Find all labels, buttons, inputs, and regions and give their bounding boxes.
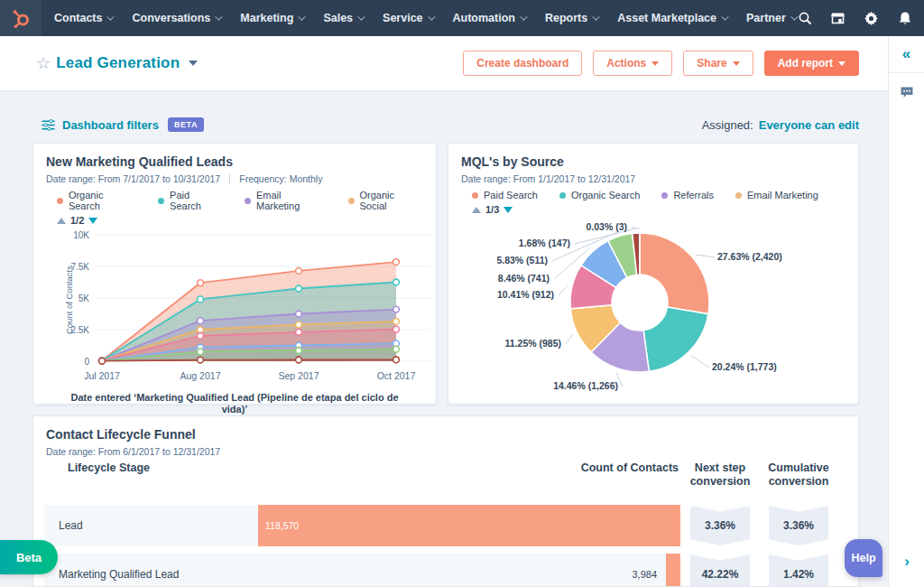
nav-item-conversations[interactable]: Conversations: [132, 12, 220, 24]
legend-page-down-icon[interactable]: [88, 218, 97, 224]
beta-badge: BETA: [168, 117, 204, 132]
nav-menu: Contacts Conversations Marketing Sales S…: [54, 12, 796, 24]
svg-text:Jul 2017: Jul 2017: [84, 370, 120, 381]
data-point[interactable]: [393, 357, 400, 363]
legend-item[interactable]: Email Marketing: [735, 190, 818, 200]
pie-label: 1.68% (147): [519, 238, 570, 248]
svg-text:Oct 2017: Oct 2017: [377, 370, 416, 381]
nav-item-partner[interactable]: Partner: [746, 12, 796, 24]
label-leader-line: [691, 356, 709, 368]
data-point[interactable]: [198, 349, 204, 355]
nav-item-contacts[interactable]: Contacts: [54, 12, 112, 24]
assigned-value-link[interactable]: Everyone can edit: [759, 118, 859, 132]
column-header-lifecycle-stage: Lifecycle Stage: [68, 461, 150, 474]
filter-sliders-icon[interactable]: [42, 119, 55, 131]
chevron-down-icon: [215, 13, 222, 20]
cumulative-conversion-badge: 3.36%: [769, 506, 828, 545]
svg-text:Aug 2017: Aug 2017: [180, 370, 221, 381]
caret-down-icon: [651, 61, 659, 66]
add-report-button[interactable]: Add report: [764, 51, 859, 76]
dashboard-filter-bar: Dashboard filters BETA Assigned:Everyone…: [0, 114, 888, 135]
dashboard-filters-link[interactable]: Dashboard filters: [62, 118, 159, 132]
data-point[interactable]: [393, 306, 400, 312]
label-leader-line: [566, 334, 573, 344]
legend-dot: [472, 192, 478, 199]
nav-utilities: [796, 6, 924, 30]
actions-button[interactable]: Actions: [593, 51, 672, 76]
data-point[interactable]: [198, 327, 204, 333]
nav-item-service[interactable]: Service: [383, 12, 432, 24]
pie-slice[interactable]: [608, 233, 637, 277]
legend-page-up-icon[interactable]: [57, 218, 66, 224]
area-chart[interactable]: 10K7.5K5K2.5K0Count of ContactsJul 2017A…: [33, 228, 438, 392]
data-point[interactable]: [198, 333, 204, 340]
data-point[interactable]: [198, 357, 204, 363]
nav-item-automation[interactable]: Automation: [453, 12, 525, 24]
share-button[interactable]: Share: [683, 51, 753, 76]
data-point[interactable]: [296, 311, 302, 317]
pie-slice[interactable]: [643, 307, 708, 371]
hubspot-dashboard: Contacts Conversations Marketing Sales S…: [0, 0, 924, 587]
next-page-chevron-icon[interactable]: ›: [889, 553, 924, 571]
funnel-bar[interactable]: 3,984: [666, 554, 680, 587]
data-point[interactable]: [296, 357, 302, 363]
data-point[interactable]: [198, 280, 204, 286]
marketplace-icon[interactable]: [829, 9, 847, 27]
notifications-bell-icon[interactable]: [896, 9, 914, 27]
favorite-star-icon[interactable]: ☆: [36, 53, 51, 73]
settings-gear-icon[interactable]: [863, 9, 881, 27]
data-point[interactable]: [296, 329, 302, 335]
data-point[interactable]: [99, 358, 106, 364]
pie-slice[interactable]: [570, 266, 616, 309]
report-title: MQL's by Source: [461, 154, 845, 169]
pie-slice[interactable]: [581, 241, 627, 288]
help-button[interactable]: Help: [845, 539, 882, 577]
search-icon[interactable]: [796, 9, 814, 27]
right-side-panel: « ›: [888, 36, 924, 587]
funnel-bar-track: Lead 118,570 118,570: [44, 505, 680, 546]
legend-item[interactable]: Organic Search: [57, 190, 136, 211]
legend-item[interactable]: Paid Search: [472, 190, 538, 200]
svg-text:Count of Contacts: Count of Contacts: [64, 266, 74, 334]
funnel-bar[interactable]: 118,570: [258, 505, 680, 546]
label-leader-line: [554, 247, 590, 279]
data-point[interactable]: [393, 346, 400, 352]
legend-item[interactable]: Organic Search: [559, 190, 640, 200]
data-point[interactable]: [198, 296, 204, 303]
data-point[interactable]: [296, 268, 302, 275]
legend-dot: [57, 198, 63, 204]
nav-item-marketing[interactable]: Marketing: [240, 12, 303, 24]
legend-item[interactable]: Email Marketing: [245, 190, 327, 211]
data-point[interactable]: [393, 326, 400, 332]
legend-item[interactable]: Paid Search: [158, 190, 223, 211]
column-header-count: Count of Contacts: [581, 461, 679, 474]
data-point[interactable]: [393, 319, 400, 325]
legend-page-up-icon[interactable]: [472, 207, 481, 213]
legend-page-down-icon[interactable]: [504, 207, 513, 213]
create-dashboard-button[interactable]: Create dashboard: [463, 51, 582, 76]
dashboard-switcher-caret-icon[interactable]: [189, 61, 198, 66]
data-point[interactable]: [296, 285, 302, 292]
data-point[interactable]: [296, 348, 302, 354]
pie-slice[interactable]: [640, 233, 709, 314]
nav-item-asset-marketplace[interactable]: Asset Marketplace: [617, 12, 726, 24]
data-point[interactable]: [393, 259, 400, 266]
beta-toggle-button[interactable]: Beta: [0, 540, 58, 574]
hubspot-logo[interactable]: [0, 0, 42, 36]
legend-item[interactable]: Organic Social: [348, 190, 423, 211]
nav-item-sales[interactable]: Sales: [323, 12, 363, 24]
expand-panel-icon[interactable]: «: [889, 45, 924, 63]
pie-slice[interactable]: [570, 305, 620, 352]
legend-item[interactable]: Referrals: [661, 190, 714, 200]
svg-text:0: 0: [84, 357, 89, 367]
data-point[interactable]: [296, 321, 302, 328]
data-point[interactable]: [198, 318, 204, 324]
date-range: Date range: From 1/1/2017 to 12/31/2017: [461, 173, 635, 184]
pie-slice[interactable]: [591, 322, 649, 372]
nav-item-reports[interactable]: Reports: [545, 12, 597, 24]
next-step-conversion-badge: 3.36%: [690, 506, 750, 545]
pie-slice[interactable]: [633, 233, 640, 275]
comments-icon[interactable]: [889, 86, 924, 99]
divider: [889, 72, 924, 73]
data-point[interactable]: [393, 279, 400, 285]
